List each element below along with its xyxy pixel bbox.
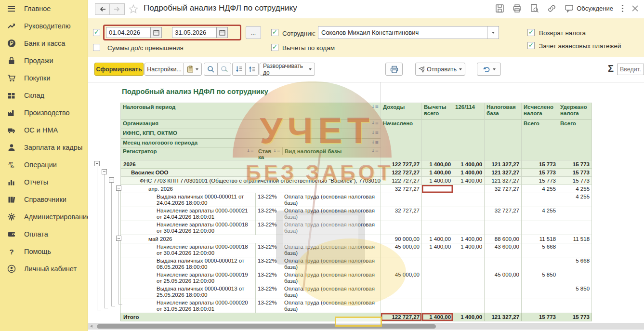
sort-icon[interactable]: ↓≡ <box>247 148 254 153</box>
sidebar-item-label: Производство <box>24 109 70 117</box>
highlighted-empty-cell <box>422 185 453 193</box>
sidebar-item-warehouse[interactable]: Склад <box>0 87 88 104</box>
table-row-organization[interactable]: Василек ООО 122 727,27 1 400,00 1 400,00… <box>121 169 592 177</box>
sort-icon[interactable]: ↓≡ <box>371 140 379 145</box>
close-icon[interactable] <box>632 5 638 12</box>
highlighted-total-income-cell: 122 727,27 <box>381 313 422 321</box>
sidebar-item-administration[interactable]: Администрирование <box>0 208 88 225</box>
search-next-icon <box>221 66 228 73</box>
employee-checkbox[interactable] <box>271 29 278 36</box>
collapse-rows-button[interactable] <box>232 63 246 76</box>
period-checkbox[interactable] <box>93 29 100 36</box>
discussion-button[interactable]: Обсуждение <box>565 4 613 13</box>
table-row-year[interactable]: 2026 122 727,27 1 400,00 1 400,00 121 32… <box>121 160 592 169</box>
col-header-organization: Организация <box>123 120 158 126</box>
sidebar: Главное Руководителю Банк и касса Продаж… <box>0 0 88 331</box>
undo-button[interactable] <box>477 63 501 76</box>
sort-icon[interactable]: ↓≡ <box>371 104 379 109</box>
sidebar-item-payment[interactable]: Оплата <box>0 225 88 243</box>
titlebar: Подробный анализ НДФЛ по сотруднику Обсу… <box>88 0 644 18</box>
col-header-registrar: Регистратор <box>123 148 157 154</box>
table-row-registrar[interactable]: Начисление зарплаты 0000-000018 от 30.04… <box>121 243 592 257</box>
sort-icon[interactable]: ↓≡ <box>371 120 379 125</box>
employee-dropdown-button[interactable] <box>487 26 499 39</box>
sort-icon[interactable]: ↓≡ <box>371 130 379 135</box>
date-to-input[interactable] <box>172 27 217 38</box>
calendar-icon[interactable] <box>151 27 162 38</box>
sidebar-item-help[interactable]: ? Помощь <box>0 243 88 260</box>
sort-icon[interactable]: ↓≡ <box>273 148 280 153</box>
date-from-input[interactable] <box>106 27 151 38</box>
settings-button[interactable]: Настройки... <box>145 63 184 76</box>
table-row-registrar[interactable]: Начисление зарплаты 0000-000019 от 25.05… <box>121 271 592 285</box>
period-more-button[interactable]: ... <box>246 26 261 39</box>
table-row-ifns[interactable]: ФНС 7703 КПП 770301001 (Общество с огран… <box>121 177 592 185</box>
sidebar-item-account[interactable]: Личный кабинет <box>0 260 88 278</box>
table-row-registrar[interactable]: Выдача наличных 0000-000012 от 08.05.202… <box>121 257 592 271</box>
sidebar-item-main[interactable]: Главное <box>0 0 88 17</box>
print-report-button[interactable] <box>385 63 403 76</box>
sidebar-item-operations[interactable]: Дт Кт Операции <box>0 156 88 173</box>
bar-chart-icon <box>6 178 17 186</box>
sidebar-item-sales[interactable]: Продажи <box>0 52 88 69</box>
expand-rows-button[interactable] <box>245 63 259 76</box>
table-row-registrar[interactable]: Начисление зарплаты 0000-000021 от 24.04… <box>121 207 592 221</box>
sidebar-item-assets[interactable]: ОС и НМА <box>0 121 88 139</box>
sidebar-item-payroll[interactable]: Зарплата и кадры <box>0 139 88 156</box>
filter-panel: – ... Сотрудник: Соколов Михаил Констант… <box>88 18 644 57</box>
menu-icon <box>6 4 17 13</box>
tree-collapse-fns[interactable] <box>109 177 114 183</box>
table-row-registrar[interactable]: Начисление зарплаты 0000-000020 от 31.05… <box>121 299 592 313</box>
employee-field[interactable]: Соколов Михаил Константинович <box>318 26 499 39</box>
more-menu-icon[interactable] <box>621 4 624 13</box>
preview-icon[interactable] <box>530 4 539 13</box>
sidebar-item-reports[interactable]: Отчеты <box>0 173 88 191</box>
sidebar-item-directories[interactable]: Справочники <box>0 191 88 208</box>
horizontal-scrollbar[interactable] <box>88 323 644 330</box>
tree-collapse-org[interactable] <box>102 169 107 174</box>
tax-refund-checkbox[interactable] <box>527 29 535 36</box>
favorite-star-icon[interactable] <box>129 4 138 16</box>
calendar-icon[interactable] <box>217 27 228 38</box>
search-next-button[interactable] <box>217 63 231 76</box>
table-row-registrar[interactable]: Выдача наличных 0000-000011 от 24.04.202… <box>121 193 592 207</box>
tree-collapse-may[interactable] <box>116 236 121 241</box>
autosum-icon[interactable]: Σ <box>608 63 614 74</box>
expand-to-button[interactable]: Разворачивать до <box>260 63 315 76</box>
col-header-deductions: Вычеты всего <box>422 103 453 160</box>
chevron-down-icon <box>493 68 496 70</box>
table-header-row: Налоговый период↓≡ Организация↓≡ ИФНС, К… <box>121 103 592 160</box>
tree-collapse-year[interactable] <box>94 161 100 166</box>
sidebar-item-production[interactable]: Производство <box>0 104 88 121</box>
save-icon[interactable] <box>495 4 504 13</box>
quick-sum-input[interactable] <box>617 64 644 75</box>
deduction-codes-checkbox[interactable] <box>271 44 278 51</box>
excess-sums-checkbox[interactable] <box>93 44 100 51</box>
date-range-highlight: – <box>103 25 241 40</box>
report-table: Налоговый период↓≡ Организация↓≡ ИФНС, К… <box>120 103 592 321</box>
table-row-registrar[interactable]: Начисление зарплаты 0000-000018 от 30.04… <box>121 221 592 235</box>
scrollbar-thumb[interactable] <box>97 324 436 329</box>
tree-collapse-april[interactable] <box>116 185 121 191</box>
sidebar-item-bank[interactable]: Банк и касса <box>0 35 88 52</box>
table-row-month-may[interactable]: май 2026 90 000,00 1 400,00 1 400,00 88 … <box>121 235 592 243</box>
sidebar-item-manager[interactable]: Руководителю <box>0 17 88 35</box>
scroll-left-icon[interactable] <box>90 325 92 328</box>
table-row-registrar[interactable]: Выдача наличных 0000-000013 от 25.05.202… <box>121 285 592 299</box>
sort-icon[interactable]: ↓≡ <box>371 148 379 153</box>
tax-refund-label: Возврат налога <box>539 29 586 37</box>
generate-button[interactable]: Сформировать <box>94 63 144 76</box>
sidebar-item-purchases[interactable]: Покупки <box>0 69 88 87</box>
sidebar-item-label: ОС и НМА <box>24 126 58 134</box>
report-variants-button[interactable] <box>184 63 202 76</box>
print-icon[interactable] <box>513 4 522 13</box>
column-guide-line <box>381 82 381 103</box>
table-row-total[interactable]: Итого 122 727,27 1 400,00 1 400,00 121 3… <box>121 313 592 321</box>
search-button[interactable] <box>204 63 218 76</box>
advance-offset-checkbox[interactable] <box>527 42 535 49</box>
back-button[interactable] <box>95 3 110 15</box>
table-row-month-april[interactable]: апр. 2026 32 727,27 32 727,27 4 255 4 25… <box>121 185 592 193</box>
forward-button[interactable] <box>110 3 125 15</box>
link-icon[interactable] <box>547 4 556 13</box>
send-button[interactable]: Отправить <box>415 63 465 76</box>
